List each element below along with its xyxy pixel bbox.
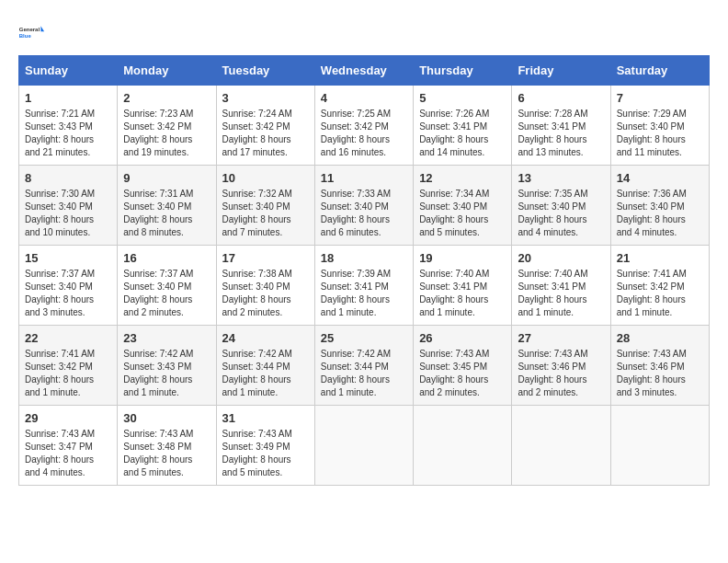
day-info: Sunrise: 7:26 AMSunset: 3:41 PMDaylight:… — [419, 108, 506, 159]
day-info: Sunrise: 7:38 AMSunset: 3:40 PMDaylight:… — [222, 268, 309, 319]
calendar-cell: 3Sunrise: 7:24 AMSunset: 3:42 PMDaylight… — [216, 86, 314, 166]
calendar-cell: 17Sunrise: 7:38 AMSunset: 3:40 PMDayligh… — [216, 246, 314, 326]
day-info: Sunrise: 7:41 AMSunset: 3:42 PMDaylight:… — [617, 268, 703, 319]
calendar-cell: 12Sunrise: 7:34 AMSunset: 3:40 PMDayligh… — [414, 166, 512, 246]
day-number: 5 — [419, 91, 506, 105]
calendar-cell — [512, 406, 610, 486]
day-number: 17 — [222, 251, 309, 265]
calendar-cell: 19Sunrise: 7:40 AMSunset: 3:41 PMDayligh… — [414, 246, 512, 326]
weekday-header-friday: Friday — [512, 56, 610, 86]
svg-text:General: General — [19, 27, 40, 32]
day-number: 30 — [123, 411, 210, 425]
day-number: 22 — [25, 331, 111, 345]
calendar-cell: 6Sunrise: 7:28 AMSunset: 3:41 PMDaylight… — [512, 86, 610, 166]
day-info: Sunrise: 7:33 AMSunset: 3:40 PMDaylight:… — [321, 188, 407, 239]
day-info: Sunrise: 7:41 AMSunset: 3:42 PMDaylight:… — [25, 348, 111, 399]
day-number: 23 — [123, 331, 210, 345]
day-info: Sunrise: 7:21 AMSunset: 3:43 PMDaylight:… — [25, 108, 111, 159]
day-info: Sunrise: 7:36 AMSunset: 3:40 PMDaylight:… — [617, 188, 703, 239]
day-number: 10 — [222, 171, 309, 185]
day-info: Sunrise: 7:43 AMSunset: 3:46 PMDaylight:… — [617, 348, 703, 399]
calendar-cell: 24Sunrise: 7:42 AMSunset: 3:44 PMDayligh… — [216, 326, 314, 406]
calendar-cell: 5Sunrise: 7:26 AMSunset: 3:41 PMDaylight… — [414, 86, 512, 166]
day-info: Sunrise: 7:31 AMSunset: 3:40 PMDaylight:… — [123, 188, 210, 239]
calendar-cell: 22Sunrise: 7:41 AMSunset: 3:42 PMDayligh… — [19, 326, 118, 406]
calendar-cell: 9Sunrise: 7:31 AMSunset: 3:40 PMDaylight… — [118, 166, 216, 246]
svg-marker-2 — [40, 26, 44, 31]
page-header: GeneralBlue — [18, 18, 710, 46]
day-number: 20 — [518, 251, 604, 265]
day-number: 3 — [222, 91, 309, 105]
day-number: 15 — [25, 251, 111, 265]
day-number: 31 — [222, 411, 309, 425]
weekday-header-thursday: Thursday — [414, 56, 512, 86]
day-number: 14 — [617, 171, 703, 185]
day-info: Sunrise: 7:39 AMSunset: 3:41 PMDaylight:… — [321, 268, 407, 319]
calendar-cell: 29Sunrise: 7:43 AMSunset: 3:47 PMDayligh… — [19, 406, 118, 486]
logo: GeneralBlue — [18, 18, 46, 46]
calendar-cell: 27Sunrise: 7:43 AMSunset: 3:46 PMDayligh… — [512, 326, 610, 406]
calendar-table: SundayMondayTuesdayWednesdayThursdayFrid… — [18, 55, 710, 486]
day-info: Sunrise: 7:23 AMSunset: 3:42 PMDaylight:… — [123, 108, 210, 159]
day-number: 29 — [25, 411, 111, 425]
calendar-cell: 31Sunrise: 7:43 AMSunset: 3:49 PMDayligh… — [216, 406, 314, 486]
weekday-header-saturday: Saturday — [610, 56, 709, 86]
weekday-header-wednesday: Wednesday — [314, 56, 413, 86]
day-info: Sunrise: 7:40 AMSunset: 3:41 PMDaylight:… — [518, 268, 604, 319]
weekday-header-sunday: Sunday — [19, 56, 118, 86]
day-info: Sunrise: 7:42 AMSunset: 3:44 PMDaylight:… — [222, 348, 309, 399]
day-number: 8 — [25, 171, 111, 185]
day-number: 26 — [419, 331, 506, 345]
day-info: Sunrise: 7:24 AMSunset: 3:42 PMDaylight:… — [222, 108, 309, 159]
day-info: Sunrise: 7:43 AMSunset: 3:46 PMDaylight:… — [518, 348, 604, 399]
weekday-header-tuesday: Tuesday — [216, 56, 314, 86]
day-number: 2 — [123, 91, 210, 105]
weekday-header-monday: Monday — [118, 56, 216, 86]
day-number: 19 — [419, 251, 506, 265]
calendar-cell — [610, 406, 709, 486]
day-number: 1 — [25, 91, 111, 105]
day-number: 7 — [617, 91, 703, 105]
calendar-cell: 25Sunrise: 7:42 AMSunset: 3:44 PMDayligh… — [314, 326, 413, 406]
day-number: 16 — [123, 251, 210, 265]
day-info: Sunrise: 7:43 AMSunset: 3:47 PMDaylight:… — [25, 428, 111, 479]
calendar-cell: 30Sunrise: 7:43 AMSunset: 3:48 PMDayligh… — [118, 406, 216, 486]
day-info: Sunrise: 7:43 AMSunset: 3:48 PMDaylight:… — [123, 428, 210, 479]
calendar-cell: 28Sunrise: 7:43 AMSunset: 3:46 PMDayligh… — [610, 326, 709, 406]
day-info: Sunrise: 7:35 AMSunset: 3:40 PMDaylight:… — [518, 188, 604, 239]
day-number: 12 — [419, 171, 506, 185]
day-info: Sunrise: 7:34 AMSunset: 3:40 PMDaylight:… — [419, 188, 506, 239]
calendar-cell: 18Sunrise: 7:39 AMSunset: 3:41 PMDayligh… — [314, 246, 413, 326]
day-number: 18 — [321, 251, 407, 265]
day-number: 6 — [518, 91, 604, 105]
day-number: 21 — [617, 251, 703, 265]
day-info: Sunrise: 7:42 AMSunset: 3:43 PMDaylight:… — [123, 348, 210, 399]
calendar-cell — [414, 406, 512, 486]
calendar-cell: 1Sunrise: 7:21 AMSunset: 3:43 PMDaylight… — [19, 86, 118, 166]
day-info: Sunrise: 7:43 AMSunset: 3:45 PMDaylight:… — [419, 348, 506, 399]
calendar-cell: 8Sunrise: 7:30 AMSunset: 3:40 PMDaylight… — [19, 166, 118, 246]
day-info: Sunrise: 7:28 AMSunset: 3:41 PMDaylight:… — [518, 108, 604, 159]
day-number: 28 — [617, 331, 703, 345]
day-info: Sunrise: 7:32 AMSunset: 3:40 PMDaylight:… — [222, 188, 309, 239]
calendar-cell: 20Sunrise: 7:40 AMSunset: 3:41 PMDayligh… — [512, 246, 610, 326]
day-number: 9 — [123, 171, 210, 185]
day-info: Sunrise: 7:43 AMSunset: 3:49 PMDaylight:… — [222, 428, 309, 479]
calendar-cell: 16Sunrise: 7:37 AMSunset: 3:40 PMDayligh… — [118, 246, 216, 326]
calendar-cell: 13Sunrise: 7:35 AMSunset: 3:40 PMDayligh… — [512, 166, 610, 246]
day-number: 4 — [321, 91, 407, 105]
day-number: 25 — [321, 331, 407, 345]
day-info: Sunrise: 7:42 AMSunset: 3:44 PMDaylight:… — [321, 348, 407, 399]
calendar-cell: 7Sunrise: 7:29 AMSunset: 3:40 PMDaylight… — [610, 86, 709, 166]
day-info: Sunrise: 7:30 AMSunset: 3:40 PMDaylight:… — [25, 188, 111, 239]
day-info: Sunrise: 7:29 AMSunset: 3:40 PMDaylight:… — [617, 108, 703, 159]
calendar-cell: 4Sunrise: 7:25 AMSunset: 3:42 PMDaylight… — [314, 86, 413, 166]
day-number: 24 — [222, 331, 309, 345]
day-number: 27 — [518, 331, 604, 345]
day-info: Sunrise: 7:37 AMSunset: 3:40 PMDaylight:… — [123, 268, 210, 319]
calendar-cell: 11Sunrise: 7:33 AMSunset: 3:40 PMDayligh… — [314, 166, 413, 246]
day-info: Sunrise: 7:25 AMSunset: 3:42 PMDaylight:… — [321, 108, 407, 159]
calendar-cell: 2Sunrise: 7:23 AMSunset: 3:42 PMDaylight… — [118, 86, 216, 166]
calendar-cell — [314, 406, 413, 486]
calendar-cell: 14Sunrise: 7:36 AMSunset: 3:40 PMDayligh… — [610, 166, 709, 246]
